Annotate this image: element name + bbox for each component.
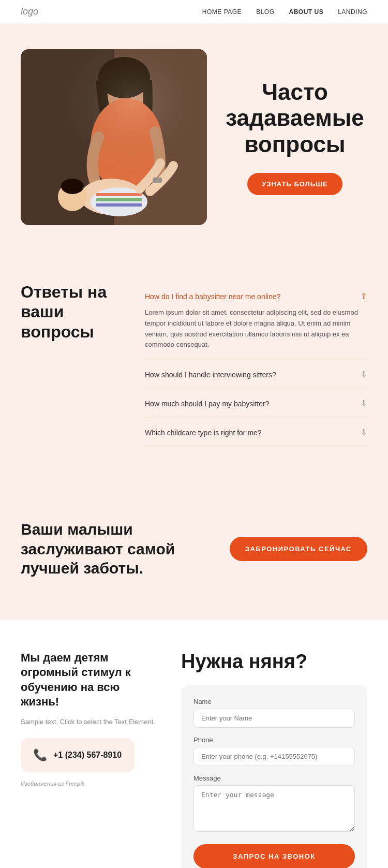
faq-section: Ответы на ваши вопросы How do I find a b… [0, 251, 388, 478]
contact-left-panel: Мы даем детям огромный стимул к обучению… [21, 651, 155, 868]
nav-blog[interactable]: BLOG [256, 8, 274, 16]
form-submit-button[interactable]: ЗАПРОС НА ЗВОНОК [193, 844, 355, 868]
contact-form-card: Name Phone Message ЗАПРОС НА ЗВОНОК [181, 685, 367, 868]
faq-question-4: Which childcare type is right for me? [145, 429, 262, 437]
phone-number: +1 (234) 567-8910 [53, 751, 122, 760]
logo: logo [21, 6, 38, 17]
contact-section: Мы даем детям огромный стимул к обучению… [0, 620, 388, 868]
faq-item-1: How do I find a babysitter near me onlin… [145, 282, 367, 360]
faq-item-2-header[interactable]: How should I handle interviewing sitters… [145, 370, 367, 379]
contact-sample-text: Sample text. Click to select the Text El… [21, 718, 155, 726]
faq-list: How do I find a babysitter near me onlin… [145, 282, 367, 447]
contact-left-title: Мы даем детям огромный стимул к обучению… [21, 651, 155, 710]
nav-landing[interactable]: LANDING [338, 8, 367, 16]
faq-answer-1: Lorem ipsum dolor sit amet, consectetur … [145, 307, 367, 350]
hero-section: Часто задаваемые вопросы УЗНАТЬ БОЛЬШЕ [0, 23, 388, 251]
phone-form-group: Phone [193, 736, 355, 766]
phone-input[interactable] [193, 747, 355, 766]
phone-card: 📞 +1 (234) 567-8910 [21, 738, 135, 772]
name-form-group: Name [193, 698, 355, 728]
contact-form-panel: Нужна няня? Name Phone Message ЗАПРОС НА… [181, 651, 367, 868]
hero-illustration [21, 49, 207, 225]
message-label: Message [193, 774, 355, 782]
chevron-up-icon: ⇧ [361, 291, 367, 301]
freepik-attribution: Изображения из Freepik [21, 781, 155, 787]
header: logo HOME PAGE BLOG ABOUT US LANDING [0, 0, 388, 23]
phone-label: Phone [193, 736, 355, 744]
faq-question-1: How do I find a babysitter near me onlin… [145, 292, 280, 301]
chevron-down-icon-3: ⇩ [361, 399, 367, 408]
phone-icon: 📞 [33, 748, 47, 762]
name-label: Name [193, 698, 355, 705]
nav-homepage[interactable]: HOME PAGE [202, 8, 242, 16]
hero-image [21, 49, 207, 225]
cta-book-button[interactable]: ЗАБРОНИРОВАТЬ СЕЙЧАС [230, 537, 367, 561]
nav-about[interactable]: ABOUT US [289, 8, 323, 16]
hero-title: Часто задаваемые вопросы [222, 79, 367, 158]
name-input[interactable] [193, 709, 355, 728]
faq-question-2: How should I handle interviewing sitters… [145, 371, 276, 379]
faq-item-1-header[interactable]: How do I find a babysitter near me onlin… [145, 291, 367, 301]
faq-section-title: Ответы на ваши вопросы [21, 282, 124, 342]
faq-question-3: How much should I pay my babysitter? [145, 400, 269, 408]
svg-rect-14 [21, 49, 207, 225]
cta-section: Ваши малыши заслуживают самой лучшей заб… [0, 478, 388, 620]
main-nav: HOME PAGE BLOG ABOUT US LANDING [202, 8, 367, 16]
message-textarea[interactable] [193, 785, 355, 832]
hero-learn-more-button[interactable]: УЗНАТЬ БОЛЬШЕ [247, 173, 342, 195]
chevron-down-icon-4: ⇩ [361, 428, 367, 437]
cta-title: Ваши малыши заслуживают самой лучшей заб… [21, 520, 176, 578]
hero-text: Часто задаваемые вопросы УЗНАТЬ БОЛЬШЕ [222, 79, 367, 196]
faq-item-3: How much should I pay my babysitter? ⇩ [145, 389, 367, 418]
contact-form-title: Нужна няня? [181, 651, 367, 673]
faq-item-4-header[interactable]: Which childcare type is right for me? ⇩ [145, 428, 367, 437]
faq-item-3-header[interactable]: How much should I pay my babysitter? ⇩ [145, 399, 367, 408]
message-form-group: Message [193, 774, 355, 834]
faq-item-4: Which childcare type is right for me? ⇩ [145, 418, 367, 447]
chevron-down-icon-2: ⇩ [361, 370, 367, 379]
faq-heading: Ответы на ваши вопросы [21, 282, 124, 447]
faq-item-2: How should I handle interviewing sitters… [145, 360, 367, 389]
